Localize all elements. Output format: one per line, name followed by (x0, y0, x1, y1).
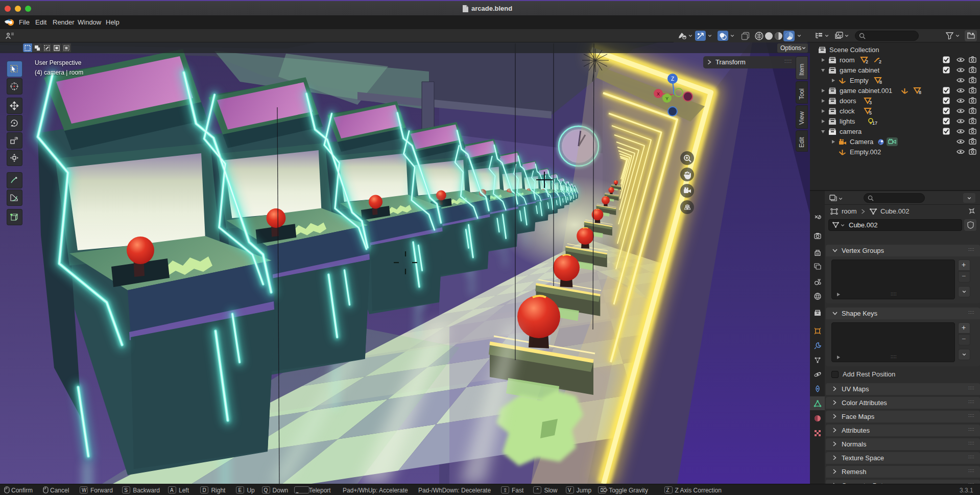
svg-text:X: X (657, 91, 660, 97)
svg-text:Z: Z (671, 76, 674, 82)
svg-text:Y: Y (665, 96, 668, 101)
